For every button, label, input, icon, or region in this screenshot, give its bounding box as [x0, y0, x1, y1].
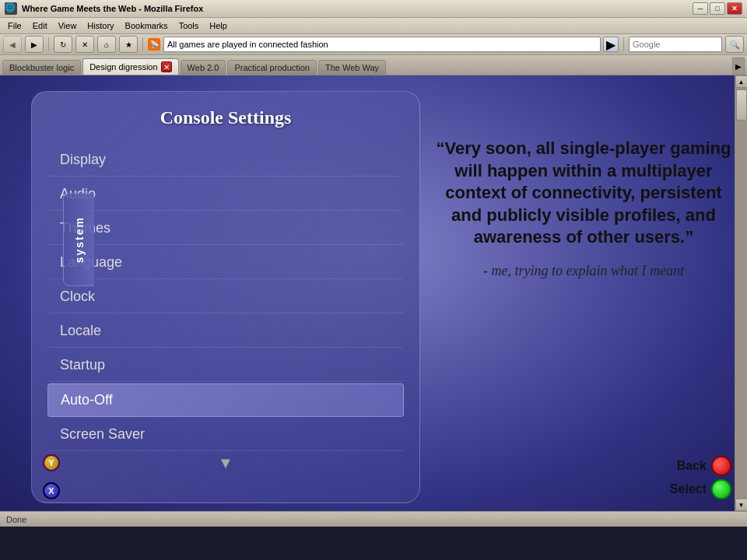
menu-item-startup[interactable]: Startup [47, 349, 404, 382]
select-label: Select [670, 482, 707, 496]
nav-toolbar: ◀ ▶ ↻ ✕ ⌂ ★ 📡 ▶ 🔍 [0, 34, 747, 55]
menu-item-screen-saver[interactable]: Screen Saver [47, 418, 404, 451]
green-button[interactable] [711, 479, 731, 499]
back-button[interactable]: ◀ [3, 36, 22, 53]
menu-file[interactable]: File [3, 19, 26, 32]
tab-label: Practical production [234, 63, 310, 72]
minimize-button[interactable]: ─ [693, 2, 708, 15]
stop-button[interactable]: ✕ [75, 36, 94, 53]
back-label: Back [677, 459, 707, 473]
feed-icon: 📡 [148, 38, 160, 51]
go-button[interactable]: ▶ [603, 37, 619, 52]
scroll-down-button[interactable]: ▼ [735, 499, 748, 511]
tab-label: Web 2.0 [188, 63, 219, 72]
tab-close-button[interactable]: ✕ [161, 61, 172, 72]
browser-title: Where Game Meets the Web - Mozilla Firef… [22, 4, 203, 13]
menu-view[interactable]: View [54, 19, 82, 32]
menu-help[interactable]: Help [205, 19, 232, 32]
console-menu-list: Display Audio Themes Language Clock Loca… [47, 144, 404, 451]
reload-button[interactable]: ↻ [54, 36, 72, 53]
menu-tools[interactable]: Tools [174, 19, 204, 32]
menu-bar: File Edit View History Bookmarks Tools H… [0, 18, 747, 34]
window-buttons: ─ □ ✕ [693, 2, 742, 15]
menu-item-audio[interactable]: Audio [47, 178, 404, 211]
quote-text: “Very soon, all single-player gaming wil… [436, 138, 731, 249]
search-input[interactable] [629, 37, 722, 52]
address-bar-wrap: ▶ [163, 37, 619, 52]
close-button[interactable]: ✕ [727, 2, 742, 15]
corner-buttons: Y X [43, 454, 60, 499]
scroll-down-arrow[interactable]: ▼ [47, 454, 404, 472]
status-bar: Done [0, 511, 747, 527]
red-button[interactable] [711, 456, 731, 476]
browser-favicon: 🌐 [5, 2, 17, 15]
scrollbar[interactable]: ▲ ▼ [735, 75, 747, 511]
tabs-bar: Blockbuster logic Design digression ✕ We… [0, 55, 747, 75]
console-title: Console Settings [47, 107, 404, 128]
main-content: ▲ ▼ Console Settings system Display Audi… [0, 75, 747, 511]
quote-panel: “Very soon, all single-player gaming wil… [436, 138, 731, 281]
menu-item-display[interactable]: Display [47, 144, 404, 177]
tab-design-digression[interactable]: Design digression ✕ [82, 58, 178, 75]
tab-web20[interactable]: Web 2.0 [181, 60, 226, 75]
scroll-thumb[interactable] [736, 89, 747, 121]
status-text: Done [6, 515, 741, 524]
tab-label: Design digression [89, 62, 157, 72]
menu-bookmarks[interactable]: Bookmarks [121, 19, 173, 32]
quote-attribution: - me, trying to explain what I meant [436, 261, 731, 281]
console-panel: Console Settings system Display Audio Th… [31, 91, 420, 503]
x-button[interactable]: X [43, 482, 60, 499]
tab-practical-production[interactable]: Practical production [227, 60, 317, 75]
search-button[interactable]: 🔍 [725, 36, 744, 53]
tab-label: The Web Way [325, 63, 379, 72]
scroll-track [735, 88, 747, 499]
menu-item-language[interactable]: Language [47, 247, 404, 279]
maximize-button[interactable]: □ [710, 2, 725, 15]
menu-history[interactable]: History [82, 19, 118, 32]
bottom-buttons: Back Select [670, 456, 731, 499]
nav-separator [48, 37, 49, 51]
nav-separator-2 [142, 37, 143, 51]
tabs-arrow[interactable]: ▶ [732, 58, 745, 75]
system-tab-label: system [73, 216, 86, 263]
menu-item-themes[interactable]: Themes [47, 212, 404, 245]
nav-separator-3 [623, 37, 624, 51]
menu-edit[interactable]: Edit [28, 19, 52, 32]
tab-the-web-way[interactable]: The Web Way [318, 60, 386, 75]
home-button[interactable]: ⌂ [97, 36, 116, 53]
address-bar[interactable] [163, 37, 601, 52]
scroll-up-button[interactable]: ▲ [735, 75, 748, 88]
y-button[interactable]: Y [43, 454, 60, 471]
bookmark-button[interactable]: ★ [119, 36, 138, 53]
menu-item-auto-off[interactable]: Auto-Off [47, 383, 404, 417]
forward-button[interactable]: ▶ [25, 36, 44, 53]
tab-label: Blockbuster logic [9, 63, 74, 72]
select-console-button[interactable]: Select [670, 479, 731, 499]
tab-blockbuster-logic[interactable]: Blockbuster logic [2, 60, 81, 75]
menu-item-clock[interactable]: Clock [47, 281, 404, 313]
system-tab[interactable]: system [63, 193, 94, 286]
menu-item-locale[interactable]: Locale [47, 315, 404, 348]
browser-titlebar: 🌐 Where Game Meets the Web - Mozilla Fir… [0, 0, 747, 18]
back-console-button[interactable]: Back [677, 456, 731, 476]
